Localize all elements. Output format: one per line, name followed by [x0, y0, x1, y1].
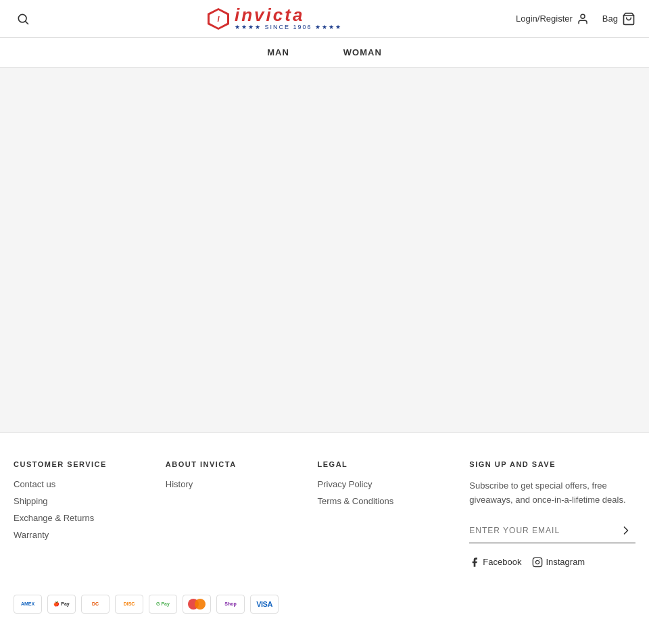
payment-mastercard	[183, 595, 211, 614]
nav-item-man[interactable]: MAN	[240, 38, 316, 67]
footer-link-history[interactable]: History	[166, 479, 304, 489]
footer-customer-service: CUSTOMER SERVICE Contact us Shipping Exc…	[14, 460, 166, 581]
site-header: I invicta ★★★★ SINCE 1906 ★★★★ Login/Reg…	[0, 0, 649, 38]
footer-link-exchange-returns[interactable]: Exchange & Returns	[14, 513, 152, 523]
facebook-label: Facebook	[483, 557, 521, 567]
payment-amex: AMEX	[14, 595, 42, 614]
payment-methods: AMEX 🍎 Pay DC DISC G Pay Shop VISA	[14, 581, 635, 620]
footer-link-warranty[interactable]: Warranty	[14, 530, 152, 540]
email-input[interactable]	[469, 526, 617, 535]
login-register-label: Login/Register	[516, 14, 573, 24]
header-left	[14, 9, 32, 28]
logo[interactable]: I invicta ★★★★ SINCE 1906 ★★★★	[206, 6, 342, 31]
email-subscribe-form	[469, 521, 635, 543]
logo-container[interactable]: I invicta ★★★★ SINCE 1906 ★★★★	[206, 6, 342, 31]
payment-diners: DC	[81, 595, 110, 614]
subscribe-button[interactable]	[617, 521, 635, 540]
footer-signup: SIGN UP AND SAVE Subscribe to get specia…	[469, 460, 635, 581]
search-button[interactable]	[14, 9, 32, 28]
payment-visa: VISA	[250, 595, 279, 614]
footer-about-invicta: ABOUT INVICTA History	[166, 460, 318, 581]
instagram-label: Instagram	[546, 557, 585, 567]
logo-icon: I	[206, 7, 231, 31]
bag-icon	[622, 12, 635, 26]
svg-line-1	[26, 21, 28, 24]
instagram-icon	[532, 557, 543, 568]
about-heading: ABOUT INVICTA	[166, 460, 304, 468]
mastercard-icon-svg	[186, 597, 208, 611]
signup-description: Subscribe to get special offers, free gi…	[469, 479, 635, 507]
footer-link-privacy-policy[interactable]: Privacy Policy	[318, 479, 456, 489]
site-footer: CUSTOMER SERVICE Contact us Shipping Exc…	[0, 432, 649, 634]
main-nav: MAN WOMAN	[0, 38, 649, 68]
nav-item-woman[interactable]: WOMAN	[316, 38, 409, 67]
header-right: Login/Register Bag	[516, 12, 635, 26]
user-icon	[577, 13, 589, 25]
instagram-link[interactable]: Instagram	[532, 557, 585, 568]
main-content	[0, 68, 649, 432]
footer-link-shipping[interactable]: Shipping	[14, 496, 152, 506]
logo-tagline: ★★★★ SINCE 1906 ★★★★	[235, 24, 342, 31]
bag-label: Bag	[602, 14, 618, 24]
footer-legal: LEGAL Privacy Policy Terms & Conditions	[318, 460, 470, 581]
footer-columns: CUSTOMER SERVICE Contact us Shipping Exc…	[14, 460, 635, 581]
payment-googlepay: G Pay	[149, 595, 177, 614]
facebook-icon	[469, 557, 480, 568]
svg-point-10	[195, 599, 206, 610]
logo-wordmark: invicta ★★★★ SINCE 1906 ★★★★	[235, 6, 342, 31]
subscribe-arrow-icon	[619, 524, 633, 537]
svg-rect-7	[533, 558, 542, 566]
legal-heading: LEGAL	[318, 460, 456, 468]
social-links: Facebook Instagram	[469, 557, 635, 568]
search-icon	[16, 12, 30, 26]
bag-button[interactable]: Bag	[602, 12, 635, 26]
payment-shoppay: Shop	[216, 595, 245, 614]
payment-applepay: 🍎 Pay	[47, 595, 76, 614]
customer-service-heading: CUSTOMER SERVICE	[14, 460, 152, 468]
facebook-link[interactable]: Facebook	[469, 557, 521, 568]
footer-link-contact-us[interactable]: Contact us	[14, 479, 152, 489]
footer-link-terms-conditions[interactable]: Terms & Conditions	[318, 496, 456, 506]
payment-discover: DISC	[115, 595, 143, 614]
brand-name: invicta	[235, 6, 304, 24]
signup-heading: SIGN UP AND SAVE	[469, 460, 635, 468]
login-register-link[interactable]: Login/Register	[516, 13, 589, 25]
svg-point-5	[581, 14, 585, 18]
svg-point-0	[18, 14, 26, 22]
